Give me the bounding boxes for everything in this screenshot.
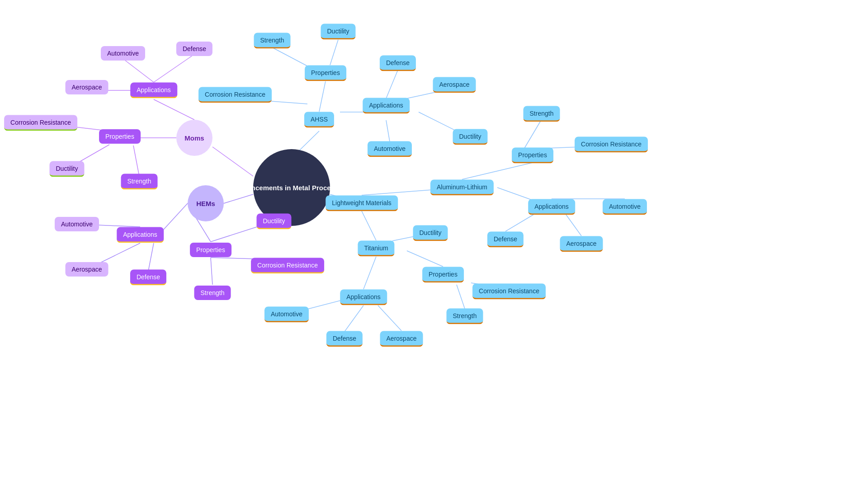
ahss-applications-label: Applications	[369, 102, 403, 109]
svg-line-19	[211, 258, 212, 285]
ahss-applications-node[interactable]: Applications	[363, 98, 410, 114]
titanium-corrosion-label: Corrosion Resistance	[479, 287, 539, 295]
ahss-automotive-node[interactable]: Automotive	[368, 141, 412, 157]
hems-node[interactable]: HEMs	[188, 185, 224, 221]
aluminum-strength-label: Strength	[530, 110, 554, 117]
ahss-properties-label: Properties	[311, 69, 340, 76]
hems-aerospace-node[interactable]: Aerospace	[66, 262, 108, 277]
titanium-aerospace-label: Aerospace	[387, 335, 417, 342]
aluminum-applications-label: Applications	[534, 203, 569, 210]
svg-line-3	[298, 131, 319, 151]
aluminum-lithium-node[interactable]: Aluminum-Lithium	[430, 180, 494, 196]
ahss-ductility-label: Ductility	[327, 28, 349, 35]
svg-line-22	[330, 40, 338, 65]
ahss-defense-label: Defense	[386, 59, 410, 66]
titanium-applications-node[interactable]: Applications	[340, 290, 387, 305]
svg-line-36	[505, 215, 533, 231]
moms-properties-node[interactable]: Properties	[99, 129, 141, 144]
aluminum-aerospace-node[interactable]: Aerospace	[560, 236, 603, 252]
svg-line-6	[154, 54, 194, 82]
moms-label: Moms	[184, 134, 204, 142]
hems-strength-label: Strength	[201, 289, 225, 296]
moms-strength-node[interactable]: Strength	[121, 174, 158, 190]
svg-line-40	[344, 305, 363, 332]
aluminum-strength-node[interactable]: Strength	[524, 106, 560, 122]
aluminum-lithium-label: Aluminum-Lithium	[437, 183, 487, 191]
moms-strength-label: Strength	[127, 178, 151, 185]
svg-line-20	[319, 81, 326, 112]
hems-corrosion-resistance-node[interactable]: Corrosion Resistance	[251, 258, 324, 274]
hems-applications-node[interactable]: Applications	[117, 227, 164, 243]
hems-defense-label: Defense	[137, 273, 160, 281]
ahss-ductility2-node[interactable]: Ductility	[453, 129, 487, 145]
titanium-node[interactable]: Titanium	[358, 241, 394, 257]
ahss-aerospace-label: Aerospace	[439, 81, 470, 88]
titanium-aerospace-node[interactable]: Aerospace	[380, 331, 423, 347]
titanium-properties-node[interactable]: Properties	[422, 267, 464, 283]
moms-properties-label: Properties	[105, 133, 134, 140]
moms-corrosion-resistance-node[interactable]: Corrosion Resistance	[4, 115, 77, 131]
titanium-corrosion-node[interactable]: Corrosion Resistance	[472, 284, 546, 300]
titanium-strength-label: Strength	[453, 312, 477, 319]
moms-aerospace-node[interactable]: Aerospace	[66, 80, 108, 94]
svg-line-12	[163, 203, 188, 230]
ahss-node[interactable]: AHSS	[304, 112, 334, 128]
svg-line-5	[123, 59, 154, 82]
hems-defense-node[interactable]: Defense	[130, 270, 166, 286]
titanium-strength-node[interactable]: Strength	[447, 309, 483, 324]
svg-line-37	[566, 215, 581, 236]
ahss-properties-node[interactable]: Properties	[305, 66, 346, 81]
svg-line-32	[524, 119, 542, 148]
aluminum-properties-node[interactable]: Properties	[512, 148, 553, 164]
aluminum-properties-label: Properties	[518, 151, 547, 159]
moms-applications-label: Applications	[137, 86, 171, 94]
svg-line-11	[133, 145, 139, 176]
hems-strength-node[interactable]: Strength	[194, 286, 231, 300]
moms-ductility-label: Ductility	[56, 165, 78, 172]
titanium-ductility-node[interactable]: Ductility	[413, 225, 448, 241]
ahss-corrosion-resistance-node[interactable]: Corrosion Resistance	[198, 87, 272, 103]
moms-defense-node[interactable]: Defense	[176, 42, 212, 56]
titanium-defense-label: Defense	[333, 335, 356, 342]
aluminum-aerospace-label: Aerospace	[566, 240, 597, 247]
aluminum-corrosion-label: Corrosion Resistance	[581, 141, 642, 148]
ahss-strength-label: Strength	[260, 37, 284, 44]
ahss-aerospace-node[interactable]: Aerospace	[433, 77, 476, 93]
aluminum-automotive-node[interactable]: Automotive	[603, 199, 647, 215]
titanium-defense-node[interactable]: Defense	[326, 331, 363, 347]
moms-ductility-node[interactable]: Ductility	[49, 161, 84, 177]
hems-properties-label: Properties	[196, 246, 225, 253]
aluminum-applications-node[interactable]: Applications	[528, 199, 575, 215]
aluminum-corrosion-node[interactable]: Corrosion Resistance	[575, 137, 648, 153]
lightweight-materials-node[interactable]: Lightweight Materials	[326, 196, 398, 211]
hems-label: HEMs	[196, 200, 215, 207]
titanium-automotive-node[interactable]: Automotive	[264, 307, 309, 323]
svg-line-31	[462, 163, 533, 179]
moms-node[interactable]: Moms	[176, 120, 212, 156]
hems-aerospace-label: Aerospace	[72, 266, 102, 273]
hems-corrosion-label: Corrosion Resistance	[257, 262, 318, 269]
hems-ductility-node[interactable]: Ductility	[256, 214, 291, 230]
ahss-strength-node[interactable]: Strength	[254, 33, 291, 49]
hems-applications-label: Applications	[123, 231, 157, 238]
titanium-label: Titanium	[364, 244, 388, 252]
moms-automotive-node[interactable]: Automotive	[101, 46, 145, 61]
hems-automotive-node[interactable]: Automotive	[55, 217, 99, 231]
aluminum-defense-label: Defense	[494, 235, 517, 243]
svg-line-42	[407, 251, 443, 267]
titanium-applications-label: Applications	[346, 293, 381, 300]
svg-line-41	[378, 305, 401, 331]
moms-corrosion-label: Corrosion Resistance	[10, 119, 71, 126]
titanium-properties-label: Properties	[429, 271, 458, 278]
ahss-defense-node[interactable]: Defense	[380, 56, 416, 71]
hems-automotive-label: Automotive	[61, 221, 93, 228]
aluminum-defense-node[interactable]: Defense	[487, 232, 524, 248]
ahss-ductility-node[interactable]: Ductility	[321, 24, 355, 40]
hems-properties-node[interactable]: Properties	[190, 243, 231, 257]
aluminum-automotive-label: Automotive	[609, 203, 641, 210]
moms-applications-node[interactable]: Applications	[130, 83, 177, 99]
svg-line-25	[386, 70, 398, 99]
moms-aerospace-label: Aerospace	[72, 84, 102, 91]
titanium-automotive-label: Automotive	[271, 310, 302, 318]
svg-line-1	[224, 194, 253, 203]
